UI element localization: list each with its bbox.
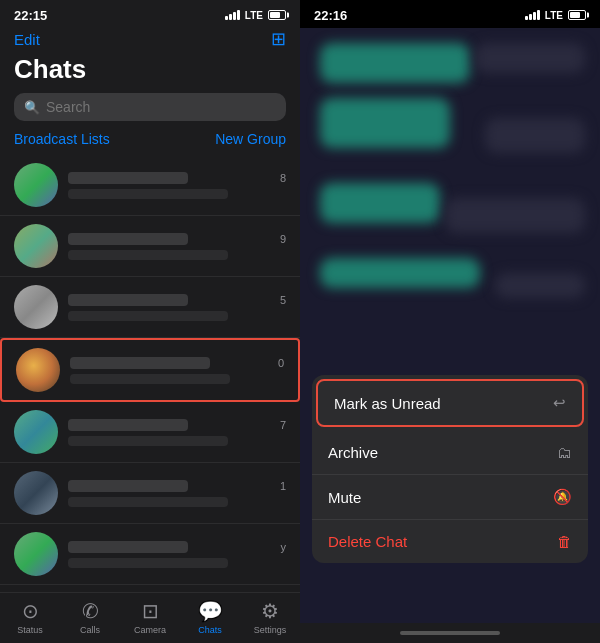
tab-chats-label: Chats xyxy=(198,625,222,635)
chats-tab-icon: 💬 xyxy=(198,599,223,623)
chat-list: 8 9 5 xyxy=(0,155,300,592)
home-indicator-right xyxy=(300,623,600,643)
search-icon: 🔍 xyxy=(24,100,40,115)
chat-name-blur-1 xyxy=(68,172,188,184)
chat-msg-blur-2 xyxy=(68,250,228,260)
context-mute[interactable]: Mute 🔕 xyxy=(312,475,588,520)
camera-icon: ⊡ xyxy=(142,599,159,623)
top-actions: Edit ⊞ xyxy=(0,28,300,54)
chat-msg-blur-5 xyxy=(68,436,228,446)
mute-icon: 🔕 xyxy=(553,488,572,506)
time-right: 22:16 xyxy=(314,8,347,23)
chat-time-3: 5 xyxy=(280,294,286,306)
tab-settings-label: Settings xyxy=(254,625,287,635)
chat-item-4-highlighted[interactable]: 0 xyxy=(0,338,300,402)
chat-time-1: 8 xyxy=(280,172,286,184)
chat-name-blur-5 xyxy=(68,419,188,431)
edit-button[interactable]: Edit xyxy=(14,31,40,48)
tab-status[interactable]: ⊙ Status xyxy=(0,599,60,635)
chat-item-5[interactable]: 7 xyxy=(0,402,300,463)
chat-item-6[interactable]: 1 xyxy=(0,463,300,524)
chat-msg-blur-4 xyxy=(70,374,230,384)
blur-bubble-6 xyxy=(445,198,585,233)
search-bar[interactable]: 🔍 xyxy=(14,93,286,121)
blur-bubble-8 xyxy=(495,273,585,298)
broadcast-lists-link[interactable]: Broadcast Lists xyxy=(14,131,110,147)
tab-calls-label: Calls xyxy=(80,625,100,635)
signal-bars xyxy=(225,10,240,20)
avatar-4 xyxy=(16,348,60,392)
settings-icon: ⚙ xyxy=(261,599,279,623)
chat-time-4: 0 xyxy=(278,357,284,369)
chat-time-2: 9 xyxy=(280,233,286,245)
avatar-7 xyxy=(14,532,58,576)
tab-status-label: Status xyxy=(17,625,43,635)
chat-time-6: 1 xyxy=(280,480,286,492)
time-left: 22:15 xyxy=(14,8,47,23)
chat-name-blur-7 xyxy=(68,541,188,553)
chat-name-blur-4 xyxy=(70,357,210,369)
chat-item-2[interactable]: 9 xyxy=(0,216,300,277)
blur-bubble-2 xyxy=(475,43,585,73)
status-icon: ⊙ xyxy=(22,599,39,623)
status-bar-left: 22:15 LTE xyxy=(0,0,300,28)
status-icons-left: LTE xyxy=(225,10,286,21)
avatar-5 xyxy=(14,410,58,454)
avatar-2 xyxy=(14,224,58,268)
search-input[interactable] xyxy=(46,99,276,115)
status-icons-right: LTE xyxy=(525,10,586,21)
chat-msg-blur-7 xyxy=(68,558,228,568)
broadcast-row: Broadcast Lists New Group xyxy=(0,131,300,155)
calls-icon: ✆ xyxy=(82,599,99,623)
context-menu: Mark as Unread ↩ Archive 🗂 Mute 🔕 Delete… xyxy=(312,375,588,563)
battery-left xyxy=(268,10,286,20)
chat-item-7[interactable]: y xyxy=(0,524,300,585)
chat-msg-blur-1 xyxy=(68,189,228,199)
right-panel: 22:16 LTE xyxy=(300,0,600,643)
chat-background: Mark as Unread ↩ Archive 🗂 Mute 🔕 Delete… xyxy=(300,28,600,623)
lte-label-left: LTE xyxy=(245,10,263,21)
context-menu-overlay: Mark as Unread ↩ Archive 🗂 Mute 🔕 Delete… xyxy=(300,375,600,563)
tab-settings[interactable]: ⚙ Settings xyxy=(240,599,300,635)
chat-time-5: 7 xyxy=(280,419,286,431)
chat-item-3[interactable]: 5 xyxy=(0,277,300,338)
blur-bubble-5 xyxy=(320,183,440,223)
avatar-3 xyxy=(14,285,58,329)
context-archive[interactable]: Archive 🗂 xyxy=(312,431,588,475)
chat-msg-blur-3 xyxy=(68,311,228,321)
blur-bubble-1 xyxy=(320,43,470,83)
chat-name-blur-2 xyxy=(68,233,188,245)
avatar-1 xyxy=(14,163,58,207)
delete-chat-icon: 🗑 xyxy=(557,533,572,550)
new-group-link[interactable]: New Group xyxy=(215,131,286,147)
mark-unread-label: Mark as Unread xyxy=(334,395,441,412)
chat-item-1[interactable]: 8 xyxy=(0,155,300,216)
blur-bubble-4 xyxy=(485,118,585,153)
home-bar-right xyxy=(400,631,500,635)
chat-name-blur-6 xyxy=(68,480,188,492)
context-delete-chat[interactable]: Delete Chat 🗑 xyxy=(312,520,588,563)
blur-bubble-3 xyxy=(320,98,450,148)
left-panel: 22:15 LTE Edit ⊞ Chats 🔍 Broadcast Lists… xyxy=(0,0,300,643)
tab-calls[interactable]: ✆ Calls xyxy=(60,599,120,635)
status-bar-right: 22:16 LTE xyxy=(300,0,600,28)
delete-chat-label: Delete Chat xyxy=(328,533,407,550)
mark-unread-icon: ↩ xyxy=(553,394,566,412)
chats-title: Chats xyxy=(0,54,300,93)
context-mark-unread[interactable]: Mark as Unread ↩ xyxy=(316,379,584,427)
chat-time-7: y xyxy=(281,541,287,553)
chat-name-blur-3 xyxy=(68,294,188,306)
tab-camera[interactable]: ⊡ Camera xyxy=(120,599,180,635)
tab-bar: ⊙ Status ✆ Calls ⊡ Camera 💬 Chats ⚙ Sett… xyxy=(0,592,300,643)
archive-label: Archive xyxy=(328,444,378,461)
battery-right xyxy=(568,10,586,20)
compose-button[interactable]: ⊞ xyxy=(271,28,286,50)
signal-bars-right xyxy=(525,10,540,20)
blur-bubble-7 xyxy=(320,258,480,288)
tab-chats[interactable]: 💬 Chats xyxy=(180,599,240,635)
lte-label-right: LTE xyxy=(545,10,563,21)
chat-msg-blur-6 xyxy=(68,497,228,507)
mute-label: Mute xyxy=(328,489,361,506)
avatar-6 xyxy=(14,471,58,515)
tab-camera-label: Camera xyxy=(134,625,166,635)
